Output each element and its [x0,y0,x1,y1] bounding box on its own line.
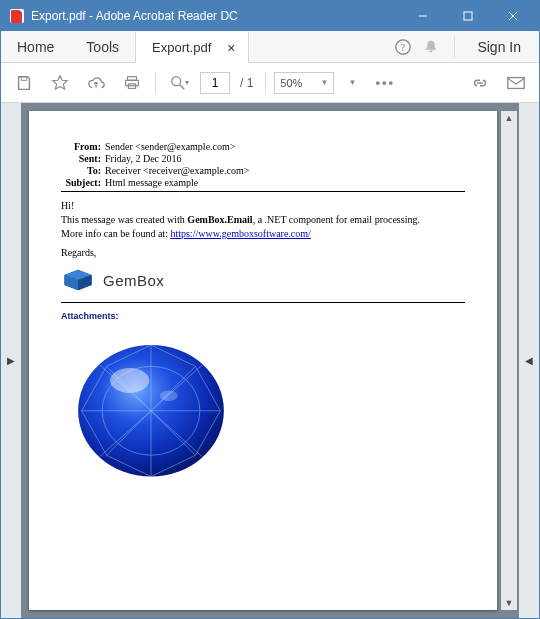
label-sent: Sent: [61,153,105,164]
company-link[interactable]: https://www.gemboxsoftware.com/ [170,228,310,239]
zoom-icon[interactable]: ▾ [164,68,194,98]
gembox-logo-icon [61,266,95,294]
bell-icon[interactable] [420,36,442,58]
more-icon[interactable]: ••• [370,68,400,98]
svg-line-12 [180,84,185,89]
sign-in-button[interactable]: Sign In [467,39,531,55]
label-subject: Subject: [61,177,105,188]
star-icon[interactable] [45,68,75,98]
maximize-button[interactable] [445,1,490,31]
svg-rect-9 [126,80,139,85]
value-to: Receiver <receiver@example.com> [105,165,465,176]
email-body-line-1: This message was created with GemBox.Ema… [61,214,465,225]
window-title: Export.pdf - Adobe Acrobat Reader DC [31,9,400,23]
page-area: From: Sender <sender@example.com> Sent: … [21,103,519,618]
label-to: To: [61,165,105,176]
divider [454,36,455,58]
email-regards: Regards, [61,247,465,258]
divider [61,191,465,192]
top-nav: Home Tools Export.pdf × ? Sign In [1,31,539,63]
document-tab[interactable]: Export.pdf × [135,32,248,63]
nav-tools[interactable]: Tools [70,31,135,62]
nav-home[interactable]: Home [1,31,70,62]
company-logo-text: GemBox [103,272,164,289]
svg-rect-2 [464,12,472,20]
save-icon[interactable] [9,68,39,98]
chevron-right-icon: ▶ [7,355,15,366]
scroll-up-icon[interactable]: ▲ [505,113,514,123]
page-total: / 1 [236,76,257,90]
zoom-select[interactable]: 50%▼ [274,72,334,94]
divider [155,72,156,94]
company-logo: GemBox [61,266,465,294]
right-panel-toggle[interactable]: ◀ [519,103,539,618]
close-button[interactable] [490,1,535,31]
value-subject: Html message example [105,177,465,188]
pdf-page: From: Sender <sender@example.com> Sent: … [29,111,497,610]
svg-text:?: ? [401,41,405,52]
toolbar: ▾ / 1 50%▼ ▼ ••• [1,63,539,103]
window-titlebar: Export.pdf - Adobe Acrobat Reader DC [1,1,539,31]
zoom-dropdown-icon[interactable]: ▼ [340,68,364,98]
print-icon[interactable] [117,68,147,98]
svg-rect-13 [508,77,524,88]
cloud-upload-icon[interactable] [81,68,111,98]
help-icon[interactable]: ? [392,36,414,58]
attachment-image [61,325,465,491]
value-from: Sender <sender@example.com> [105,141,465,152]
vertical-scrollbar[interactable]: ▲ ▼ [501,111,517,610]
page-number-input[interactable] [200,72,230,94]
minimize-button[interactable] [400,1,445,31]
email-greeting: Hi! [61,200,465,211]
scroll-down-icon[interactable]: ▼ [505,598,514,608]
share-link-icon[interactable] [465,68,495,98]
svg-point-23 [160,390,178,401]
divider [265,72,266,94]
attachments-label: Attachments: [61,311,465,325]
svg-point-11 [172,76,181,85]
left-panel-toggle[interactable]: ▶ [1,103,21,618]
app-icon [9,8,25,24]
value-sent: Friday, 2 Dec 2016 [105,153,465,164]
email-body-line-2: More info can be found at: https://www.g… [61,228,465,239]
close-tab-icon[interactable]: × [227,40,235,56]
email-icon[interactable] [501,68,531,98]
chevron-left-icon: ◀ [525,355,533,366]
document-tab-label: Export.pdf [152,40,211,55]
label-from: From: [61,141,105,152]
document-viewport: ▶ From: Sender <sender@example.com> Sent… [1,103,539,618]
divider [61,302,465,303]
svg-point-22 [110,368,149,393]
